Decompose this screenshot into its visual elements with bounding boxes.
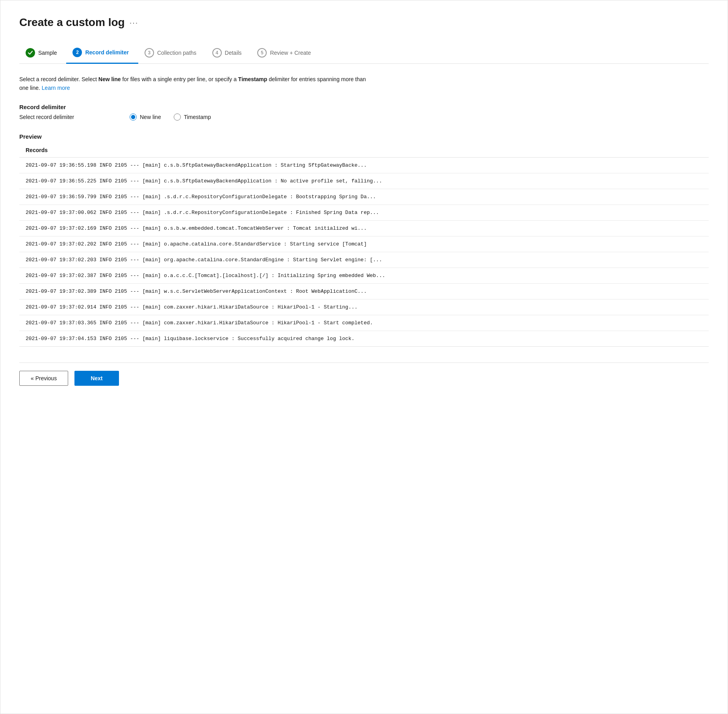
preview-column-header: Records [19, 143, 709, 158]
table-row: 2021-09-07 19:37:04.153 INFO 2105 --- [m… [19, 331, 709, 346]
radio-timestamp-label[interactable]: Timestamp [184, 114, 211, 120]
radio-option-newline[interactable]: New line [130, 113, 161, 121]
checkmark-icon [28, 50, 33, 56]
preview-table: Records 2021-09-07 19:36:55.198 INFO 210… [19, 143, 709, 347]
delimiter-row: Select record delimiter New line Timesta… [19, 113, 709, 121]
step-details[interactable]: 4 Details [206, 43, 251, 63]
desc-before-newline: Select a record delimiter. Select [19, 76, 98, 82]
table-row: 2021-09-07 19:37:02.387 INFO 2105 --- [m… [19, 268, 709, 283]
radio-timestamp-input[interactable] [174, 113, 181, 121]
step-label-record-delimiter: Record delimiter [85, 49, 128, 56]
table-cell-record: 2021-09-07 19:37:02.202 INFO 2105 --- [m… [19, 236, 709, 252]
table-row: 2021-09-07 19:37:02.914 INFO 2105 --- [m… [19, 299, 709, 315]
next-button[interactable]: Next [74, 371, 119, 386]
table-cell-record: 2021-09-07 19:36:55.198 INFO 2105 --- [m… [19, 157, 709, 173]
step-collection-paths[interactable]: 3 Collection paths [138, 43, 206, 63]
table-cell-record: 2021-09-07 19:36:55.225 INFO 2105 --- [m… [19, 173, 709, 189]
table-row: 2021-09-07 19:36:59.799 INFO 2105 --- [m… [19, 189, 709, 205]
table-cell-record: 2021-09-07 19:37:02.169 INFO 2105 --- [m… [19, 220, 709, 236]
previous-button[interactable]: « Previous [19, 371, 68, 386]
table-row: 2021-09-07 19:37:02.202 INFO 2105 --- [m… [19, 236, 709, 252]
table-row: 2021-09-07 19:37:02.169 INFO 2105 --- [m… [19, 220, 709, 236]
step-record-delimiter[interactable]: 2 Record delimiter [66, 43, 138, 64]
step-badge-sample [26, 48, 35, 58]
step-badge-collection-paths: 3 [145, 48, 154, 58]
radio-group-delimiter: New line Timestamp [130, 113, 211, 121]
preview-section: Preview Records 2021-09-07 19:36:55.198 … [19, 133, 709, 347]
step-label-details: Details [225, 50, 242, 56]
table-cell-record: 2021-09-07 19:37:03.365 INFO 2105 --- [m… [19, 315, 709, 331]
preview-title: Preview [19, 133, 709, 140]
footer-buttons: « Previous Next [19, 363, 709, 386]
radio-option-timestamp[interactable]: Timestamp [174, 113, 211, 121]
table-cell-record: 2021-09-07 19:37:02.203 INFO 2105 --- [m… [19, 252, 709, 268]
step-badge-review-create: 5 [257, 48, 267, 58]
description-text: Select a record delimiter. Select New li… [19, 75, 374, 93]
learn-more-link[interactable]: Learn more [42, 85, 70, 91]
step-label-sample: Sample [38, 50, 57, 56]
table-cell-record: 2021-09-07 19:37:02.389 INFO 2105 --- [m… [19, 283, 709, 299]
radio-newline-label[interactable]: New line [140, 114, 161, 120]
step-badge-details: 4 [212, 48, 222, 58]
desc-newline-bold: New line [98, 76, 121, 82]
step-label-review-create: Review + Create [270, 50, 311, 56]
table-row: 2021-09-07 19:36:55.198 INFO 2105 --- [m… [19, 157, 709, 173]
step-sample[interactable]: Sample [19, 43, 66, 63]
desc-middle: for files with a single entry per line, … [121, 76, 238, 82]
table-cell-record: 2021-09-07 19:37:02.387 INFO 2105 --- [m… [19, 268, 709, 283]
step-review-create[interactable]: 5 Review + Create [251, 43, 320, 63]
desc-timestamp-bold: Timestamp [238, 76, 267, 82]
steps-bar: Sample 2 Record delimiter 3 Collection p… [19, 43, 709, 64]
table-row: 2021-09-07 19:37:03.365 INFO 2105 --- [m… [19, 315, 709, 331]
page-title-row: Create a custom log ··· [19, 16, 709, 29]
step-label-collection-paths: Collection paths [157, 50, 197, 56]
table-row: 2021-09-07 19:37:00.062 INFO 2105 --- [m… [19, 205, 709, 220]
table-cell-record: 2021-09-07 19:36:59.799 INFO 2105 --- [m… [19, 189, 709, 205]
step-badge-record-delimiter: 2 [72, 48, 82, 57]
table-row: 2021-09-07 19:37:02.203 INFO 2105 --- [m… [19, 252, 709, 268]
page-container: Create a custom log ··· Sample 2 Record … [0, 0, 728, 714]
radio-newline-input[interactable] [130, 113, 137, 121]
table-row: 2021-09-07 19:37:02.389 INFO 2105 --- [m… [19, 283, 709, 299]
table-row: 2021-09-07 19:36:55.225 INFO 2105 --- [m… [19, 173, 709, 189]
table-cell-record: 2021-09-07 19:37:00.062 INFO 2105 --- [m… [19, 205, 709, 220]
delimiter-field-label: Select record delimiter [19, 114, 130, 120]
table-cell-record: 2021-09-07 19:37:04.153 INFO 2105 --- [m… [19, 331, 709, 346]
page-title: Create a custom log [19, 16, 125, 29]
section-record-delimiter: Record delimiter [19, 104, 709, 110]
more-options-icon[interactable]: ··· [130, 18, 139, 27]
table-cell-record: 2021-09-07 19:37:02.914 INFO 2105 --- [m… [19, 299, 709, 315]
